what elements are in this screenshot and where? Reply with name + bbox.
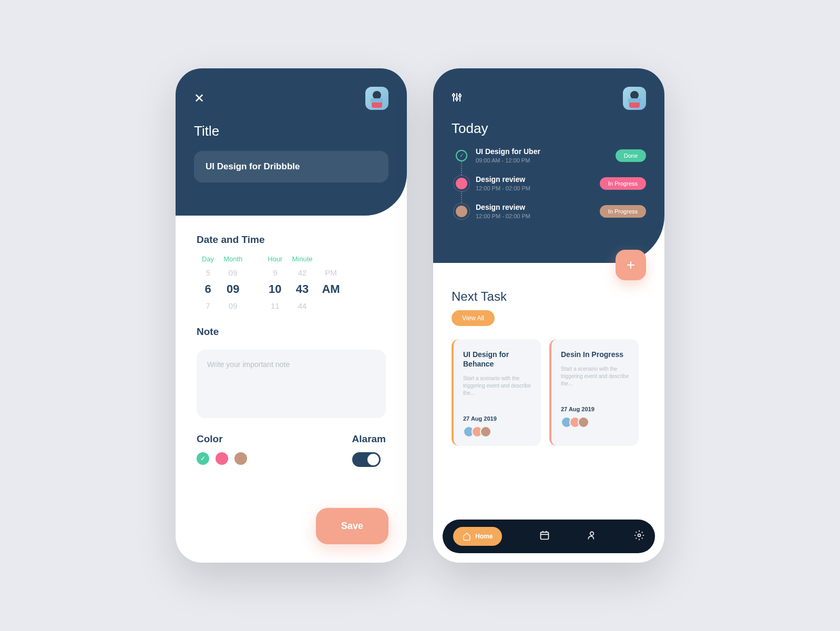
note-label: Note [197, 326, 386, 338]
task-card[interactable]: UI Design for Behance Start a scenario w… [452, 339, 541, 446]
header: ✕ Title [176, 68, 407, 216]
svg-point-6 [453, 94, 455, 96]
status-dot-progress [456, 206, 467, 217]
card-avatars [463, 426, 531, 437]
svg-point-16 [590, 532, 593, 535]
title-input[interactable] [194, 151, 388, 182]
save-button[interactable]: Save [316, 508, 388, 544]
alarm-label: Alaram [352, 433, 386, 445]
meridiem-column[interactable]: PM AM [322, 255, 340, 310]
task-timeline: UI Design for Uber 09:00 AM - 12:00 PM D… [452, 147, 646, 219]
svg-point-7 [456, 98, 458, 100]
task-time: 12:00 PM - 02:00 PM [476, 213, 591, 219]
task-time: 09:00 AM - 12:00 PM [476, 157, 607, 164]
card-avatars [561, 416, 629, 428]
task-name: Design review [476, 203, 591, 211]
gear-icon[interactable] [634, 530, 644, 543]
task-row[interactable]: UI Design for Uber 09:00 AM - 12:00 PM D… [456, 147, 646, 164]
status-dot-done [456, 150, 467, 161]
user-icon[interactable] [587, 530, 597, 543]
task-row[interactable]: Design review 12:00 PM - 02:00 PM In Pro… [456, 175, 646, 191]
minute-column[interactable]: Minute 42 43 44 [292, 255, 312, 310]
hour-column[interactable]: Hour 9 10 11 [268, 255, 282, 310]
datetime-label: Date and Time [197, 234, 386, 246]
color-section: Color ✓ [197, 433, 247, 465]
card-date: 27 Aug 2019 [463, 415, 531, 422]
status-badge: In Progress [600, 177, 646, 190]
create-task-screen: ✕ Title Date and Time Day 5 6 7 Month 09… [176, 68, 407, 563]
today-screen: Today UI Design for Uber 09:00 AM - 12:0… [433, 68, 664, 563]
sliders-icon[interactable] [452, 92, 462, 105]
svg-rect-2 [371, 98, 383, 103]
task-row[interactable]: Design review 12:00 PM - 02:00 PM In Pro… [456, 203, 646, 219]
task-card[interactable]: Desin In Progress Start a scenario with … [549, 339, 639, 446]
header: Today UI Design for Uber 09:00 AM - 12:0… [433, 68, 664, 263]
alarm-toggle[interactable] [352, 452, 381, 467]
status-dot-progress [456, 178, 467, 189]
alarm-section: Alaram [352, 433, 386, 467]
day-column[interactable]: Day 5 6 7 [202, 255, 214, 310]
card-title: UI Design for Behance [463, 350, 531, 369]
card-title: Desin In Progress [561, 350, 629, 359]
month-column[interactable]: Month 09 09 09 [223, 255, 242, 310]
color-pink[interactable] [216, 452, 228, 465]
avatar[interactable] [623, 87, 646, 110]
task-name: Design review [476, 175, 591, 184]
card-desc: Start a scenario with the triggering eve… [561, 365, 629, 388]
nav-home[interactable]: Home [453, 527, 502, 546]
svg-rect-12 [540, 532, 548, 539]
status-badge: Done [616, 149, 646, 162]
today-label: Today [452, 120, 646, 137]
title-label: Title [194, 123, 388, 139]
task-name: UI Design for Uber [476, 147, 607, 156]
color-label: Color [197, 433, 247, 445]
bottom-nav: Home [443, 520, 655, 553]
card-desc: Start a scenario with the triggering eve… [463, 375, 531, 397]
note-input[interactable] [197, 350, 386, 418]
color-green[interactable]: ✓ [197, 452, 209, 465]
datetime-picker[interactable]: Day 5 6 7 Month 09 09 09 Hour 9 10 11 Mi… [197, 255, 386, 310]
form-body: Date and Time Day 5 6 7 Month 09 09 09 H… [176, 216, 407, 485]
svg-point-8 [459, 95, 461, 97]
color-brown[interactable] [234, 452, 247, 465]
status-badge: In Progress [600, 205, 646, 218]
close-icon[interactable]: ✕ [194, 91, 204, 106]
svg-point-0 [373, 91, 381, 99]
next-task-section: Next Task View All UI Design for Behance… [433, 263, 664, 456]
task-time: 12:00 PM - 02:00 PM [476, 185, 591, 191]
svg-point-17 [638, 534, 641, 537]
svg-rect-11 [628, 98, 641, 103]
svg-point-9 [630, 91, 639, 99]
card-date: 27 Aug 2019 [561, 406, 629, 412]
avatar[interactable] [365, 87, 388, 110]
view-all-button[interactable]: View All [452, 310, 495, 326]
calendar-icon[interactable] [539, 530, 550, 543]
add-task-button[interactable]: + [616, 250, 646, 280]
next-task-label: Next Task [452, 289, 646, 304]
